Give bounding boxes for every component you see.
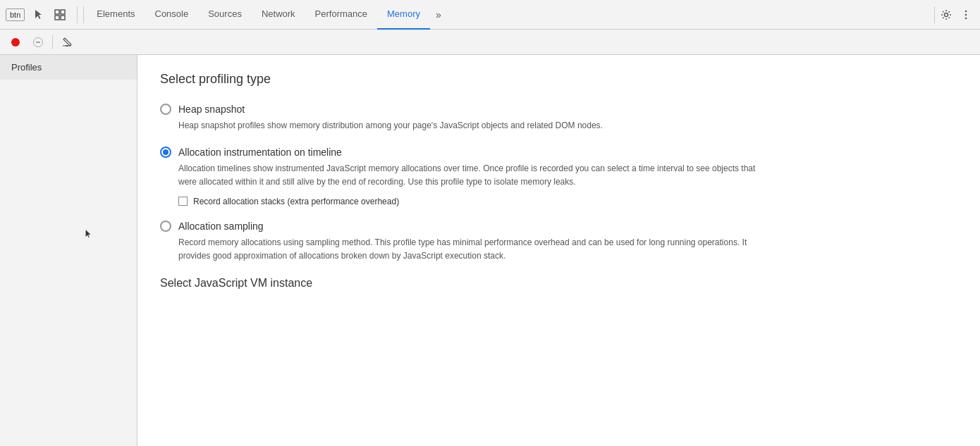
svg-rect-2 bbox=[55, 16, 59, 20]
clear-button[interactable] bbox=[57, 32, 77, 52]
secondary-divider bbox=[52, 35, 53, 49]
allocation-instrumentation-radio[interactable] bbox=[160, 147, 171, 158]
toolbar-divider-1 bbox=[83, 6, 84, 23]
tab-network[interactable]: Network bbox=[252, 0, 305, 30]
option-allocation-sampling: Allocation sampling Record memory alloca… bbox=[160, 221, 957, 263]
allocation-sampling-desc: Record memory allocations using sampling… bbox=[178, 236, 757, 263]
toolbar-divider-2 bbox=[934, 6, 935, 23]
tab-console[interactable]: Console bbox=[145, 0, 199, 30]
toolbar-left bbox=[30, 6, 78, 23]
heap-snapshot-label: Heap snapshot bbox=[178, 104, 245, 115]
svg-point-4 bbox=[945, 13, 948, 16]
settings-icon[interactable] bbox=[938, 6, 955, 23]
tab-elements[interactable]: Elements bbox=[87, 0, 145, 30]
sidebar: Profiles bbox=[0, 55, 137, 446]
allocation-stacks-label: Record allocation stacks (extra performa… bbox=[193, 197, 399, 206]
allocation-sampling-label: Allocation sampling bbox=[178, 221, 264, 232]
more-options-icon[interactable] bbox=[957, 6, 974, 23]
allocation-stacks-checkbox[interactable] bbox=[178, 197, 188, 206]
allocation-sampling-radio[interactable] bbox=[160, 221, 171, 232]
tab-performance[interactable]: Performance bbox=[305, 0, 377, 30]
record-button[interactable] bbox=[6, 32, 25, 52]
page-title: Select profiling type bbox=[160, 72, 957, 87]
main-layout: Profiles Select profiling type Heap snap… bbox=[0, 55, 980, 446]
allocation-instrumentation-radio-row: Allocation instrumentation on timeline bbox=[160, 147, 957, 158]
content-panel: Select profiling type Heap snapshot Heap… bbox=[137, 55, 980, 446]
allocation-stacks-checkbox-row: Record allocation stacks (extra performa… bbox=[178, 197, 957, 206]
heap-snapshot-radio-row: Heap snapshot bbox=[160, 104, 957, 115]
devtools-toolbar: btn Elements Console Sources Network Per… bbox=[0, 0, 980, 30]
tab-sources[interactable]: Sources bbox=[198, 0, 252, 30]
btn-tag[interactable]: btn bbox=[6, 8, 25, 21]
stop-button[interactable] bbox=[28, 32, 48, 52]
svg-point-7 bbox=[965, 17, 967, 19]
cursor-icon[interactable] bbox=[30, 6, 47, 23]
heap-snapshot-radio[interactable] bbox=[160, 104, 171, 115]
svg-rect-0 bbox=[55, 10, 59, 14]
svg-rect-3 bbox=[61, 16, 65, 20]
svg-point-5 bbox=[965, 10, 967, 12]
more-tabs-icon[interactable]: » bbox=[430, 6, 447, 23]
svg-rect-1 bbox=[61, 10, 65, 14]
sidebar-item-profiles[interactable]: Profiles bbox=[0, 55, 137, 80]
option-heap-snapshot: Heap snapshot Heap snapshot profiles sho… bbox=[160, 104, 957, 132]
inspect-icon[interactable] bbox=[51, 6, 68, 23]
secondary-toolbar bbox=[0, 30, 980, 55]
toolbar-right bbox=[938, 6, 974, 23]
svg-point-6 bbox=[965, 13, 967, 16]
allocation-sampling-radio-row: Allocation sampling bbox=[160, 221, 957, 232]
svg-point-8 bbox=[11, 38, 20, 47]
allocation-instrumentation-desc: Allocation timelines show instrumented J… bbox=[178, 162, 757, 189]
option-allocation-instrumentation: Allocation instrumentation on timeline A… bbox=[160, 147, 957, 206]
heap-snapshot-desc: Heap snapshot profiles show memory distr… bbox=[178, 119, 757, 132]
vm-instance-section-title: Select JavaScript VM instance bbox=[160, 277, 957, 290]
allocation-instrumentation-label: Allocation instrumentation on timeline bbox=[178, 147, 342, 158]
tabs-container: Elements Console Sources Network Perform… bbox=[87, 0, 931, 29]
tab-memory[interactable]: Memory bbox=[377, 0, 430, 30]
